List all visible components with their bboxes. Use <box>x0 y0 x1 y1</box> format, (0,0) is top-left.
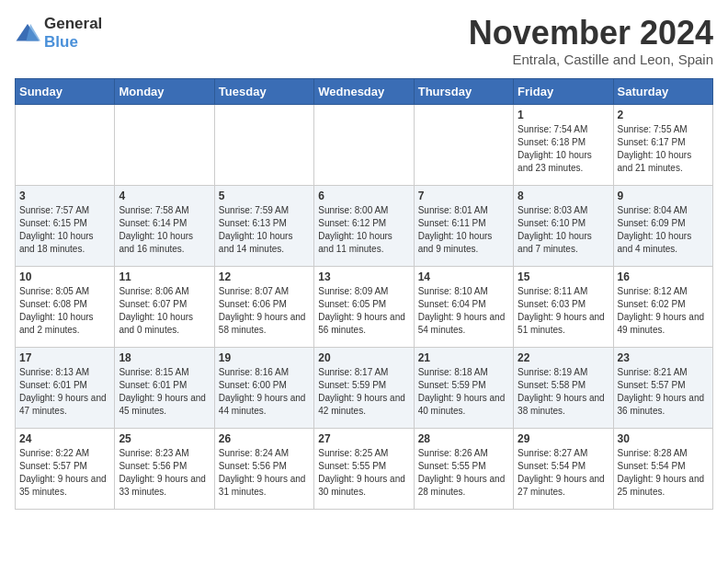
calendar-header: Sunday Monday Tuesday Wednesday Thursday… <box>16 78 713 104</box>
day-number: 1 <box>518 109 609 121</box>
day-info: Sunrise: 8:27 AMSunset: 5:54 PMDaylight:… <box>518 447 609 499</box>
calendar-cell <box>16 104 115 185</box>
calendar-cell: 20Sunrise: 8:17 AMSunset: 5:59 PMDayligh… <box>314 347 414 428</box>
day-number: 23 <box>618 351 709 364</box>
calendar-cell: 29Sunrise: 8:27 AMSunset: 5:54 PMDayligh… <box>514 428 613 509</box>
calendar-cell: 1Sunrise: 7:54 AMSunset: 6:18 PMDaylight… <box>514 104 613 185</box>
header-thursday: Thursday <box>414 78 513 104</box>
day-info: Sunrise: 8:03 AMSunset: 6:10 PMDaylight:… <box>518 204 609 256</box>
day-number: 24 <box>19 432 110 445</box>
day-info: Sunrise: 8:00 AMSunset: 6:12 PMDaylight:… <box>318 204 409 256</box>
calendar-cell <box>414 104 513 185</box>
day-info: Sunrise: 7:57 AMSunset: 6:15 PMDaylight:… <box>19 204 110 256</box>
calendar-cell: 25Sunrise: 8:23 AMSunset: 5:56 PMDayligh… <box>115 428 214 509</box>
day-number: 12 <box>219 270 310 283</box>
day-info: Sunrise: 8:09 AMSunset: 6:05 PMDaylight:… <box>318 285 409 337</box>
day-info: Sunrise: 8:01 AMSunset: 6:11 PMDaylight:… <box>418 204 509 256</box>
day-number: 28 <box>418 432 509 445</box>
calendar-cell: 6Sunrise: 8:00 AMSunset: 6:12 PMDaylight… <box>314 185 414 266</box>
calendar-week-2: 3Sunrise: 7:57 AMSunset: 6:15 PMDaylight… <box>16 185 713 266</box>
calendar-cell: 14Sunrise: 8:10 AMSunset: 6:04 PMDayligh… <box>414 266 513 347</box>
calendar-cell: 13Sunrise: 8:09 AMSunset: 6:05 PMDayligh… <box>314 266 414 347</box>
calendar-cell: 8Sunrise: 8:03 AMSunset: 6:10 PMDaylight… <box>514 185 613 266</box>
calendar-cell <box>214 104 313 185</box>
day-number: 3 <box>19 190 110 202</box>
calendar-cell: 17Sunrise: 8:13 AMSunset: 6:01 PMDayligh… <box>16 347 115 428</box>
header-tuesday: Tuesday <box>214 78 313 104</box>
day-number: 16 <box>618 270 709 283</box>
calendar-week-5: 24Sunrise: 8:22 AMSunset: 5:57 PMDayligh… <box>16 428 713 509</box>
calendar-cell: 9Sunrise: 8:04 AMSunset: 6:09 PMDaylight… <box>613 185 712 266</box>
day-number: 15 <box>518 270 609 283</box>
calendar-week-3: 10Sunrise: 8:05 AMSunset: 6:08 PMDayligh… <box>16 266 713 347</box>
day-number: 21 <box>418 351 509 364</box>
calendar-cell: 15Sunrise: 8:11 AMSunset: 6:03 PMDayligh… <box>514 266 613 347</box>
day-info: Sunrise: 8:11 AMSunset: 6:03 PMDaylight:… <box>518 285 609 337</box>
calendar-cell: 28Sunrise: 8:26 AMSunset: 5:55 PMDayligh… <box>414 428 513 509</box>
calendar-cell: 5Sunrise: 7:59 AMSunset: 6:13 PMDaylight… <box>214 185 313 266</box>
day-number: 20 <box>318 351 409 364</box>
logo-general: General <box>44 15 102 32</box>
calendar-cell: 16Sunrise: 8:12 AMSunset: 6:02 PMDayligh… <box>613 266 712 347</box>
day-number: 18 <box>119 351 210 364</box>
calendar-cell: 19Sunrise: 8:16 AMSunset: 6:00 PMDayligh… <box>214 347 313 428</box>
day-number: 9 <box>618 190 709 202</box>
day-info: Sunrise: 7:55 AMSunset: 6:17 PMDaylight:… <box>618 123 709 175</box>
calendar-cell: 22Sunrise: 8:19 AMSunset: 5:58 PMDayligh… <box>514 347 613 428</box>
month-title: November 2024 <box>469 15 713 52</box>
calendar-cell: 27Sunrise: 8:25 AMSunset: 5:55 PMDayligh… <box>314 428 414 509</box>
calendar-cell: 23Sunrise: 8:21 AMSunset: 5:57 PMDayligh… <box>613 347 712 428</box>
calendar-cell: 3Sunrise: 7:57 AMSunset: 6:15 PMDaylight… <box>16 185 115 266</box>
calendar-cell <box>314 104 414 185</box>
day-info: Sunrise: 8:17 AMSunset: 5:59 PMDaylight:… <box>318 366 409 418</box>
day-number: 8 <box>518 190 609 202</box>
day-info: Sunrise: 8:21 AMSunset: 5:57 PMDaylight:… <box>618 366 709 418</box>
day-number: 22 <box>518 351 609 364</box>
calendar-cell: 26Sunrise: 8:24 AMSunset: 5:56 PMDayligh… <box>214 428 313 509</box>
logo: General Blue <box>15 15 102 52</box>
header-row: Sunday Monday Tuesday Wednesday Thursday… <box>16 78 713 104</box>
header-monday: Monday <box>115 78 214 104</box>
calendar-cell: 12Sunrise: 8:07 AMSunset: 6:06 PMDayligh… <box>214 266 313 347</box>
day-info: Sunrise: 8:06 AMSunset: 6:07 PMDaylight:… <box>119 285 210 337</box>
day-info: Sunrise: 8:07 AMSunset: 6:06 PMDaylight:… <box>219 285 310 337</box>
day-info: Sunrise: 7:54 AMSunset: 6:18 PMDaylight:… <box>518 123 609 175</box>
day-number: 11 <box>119 270 210 283</box>
day-number: 4 <box>119 190 210 202</box>
calendar-cell: 30Sunrise: 8:28 AMSunset: 5:54 PMDayligh… <box>613 428 712 509</box>
day-info: Sunrise: 8:19 AMSunset: 5:58 PMDaylight:… <box>518 366 609 418</box>
logo-icon <box>15 22 40 44</box>
calendar-cell <box>115 104 214 185</box>
calendar-week-4: 17Sunrise: 8:13 AMSunset: 6:01 PMDayligh… <box>16 347 713 428</box>
day-info: Sunrise: 7:58 AMSunset: 6:14 PMDaylight:… <box>119 204 210 256</box>
calendar-body: 1Sunrise: 7:54 AMSunset: 6:18 PMDaylight… <box>16 104 713 509</box>
day-info: Sunrise: 8:15 AMSunset: 6:01 PMDaylight:… <box>119 366 210 418</box>
day-info: Sunrise: 8:25 AMSunset: 5:55 PMDaylight:… <box>318 447 409 499</box>
day-number: 6 <box>318 190 409 202</box>
day-number: 17 <box>19 351 110 364</box>
day-info: Sunrise: 8:10 AMSunset: 6:04 PMDaylight:… <box>418 285 509 337</box>
day-number: 30 <box>618 432 709 445</box>
title-area: November 2024 Entrala, Castille and Leon… <box>469 15 713 67</box>
day-info: Sunrise: 8:05 AMSunset: 6:08 PMDaylight:… <box>19 285 110 337</box>
day-info: Sunrise: 8:18 AMSunset: 5:59 PMDaylight:… <box>418 366 509 418</box>
header-friday: Friday <box>514 78 613 104</box>
day-number: 13 <box>318 270 409 283</box>
day-number: 19 <box>219 351 310 364</box>
header-sunday: Sunday <box>16 78 115 104</box>
calendar-cell: 7Sunrise: 8:01 AMSunset: 6:11 PMDaylight… <box>414 185 513 266</box>
day-number: 14 <box>418 270 509 283</box>
day-info: Sunrise: 8:04 AMSunset: 6:09 PMDaylight:… <box>618 204 709 256</box>
day-number: 26 <box>219 432 310 445</box>
logo-blue: Blue <box>44 33 78 51</box>
day-info: Sunrise: 8:23 AMSunset: 5:56 PMDaylight:… <box>119 447 210 499</box>
day-number: 7 <box>418 190 509 202</box>
location-subtitle: Entrala, Castille and Leon, Spain <box>469 52 713 67</box>
calendar-cell: 10Sunrise: 8:05 AMSunset: 6:08 PMDayligh… <box>16 266 115 347</box>
calendar-table: Sunday Monday Tuesday Wednesday Thursday… <box>15 78 713 510</box>
day-info: Sunrise: 8:13 AMSunset: 6:01 PMDaylight:… <box>19 366 110 418</box>
day-number: 29 <box>518 432 609 445</box>
calendar-cell: 21Sunrise: 8:18 AMSunset: 5:59 PMDayligh… <box>414 347 513 428</box>
page-header: General Blue November 2024 Entrala, Cast… <box>15 15 713 67</box>
calendar-cell: 24Sunrise: 8:22 AMSunset: 5:57 PMDayligh… <box>16 428 115 509</box>
